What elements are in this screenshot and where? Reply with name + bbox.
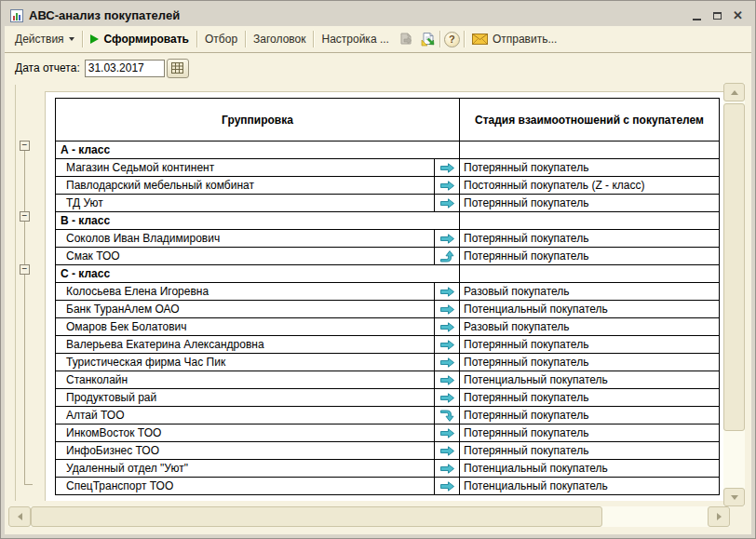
customer-row[interactable]: Валерьева Екатерина АлександровнаПотерян… (56, 336, 720, 354)
customer-name-cell[interactable]: Валерьева Екатерина Александровна (56, 336, 435, 354)
customer-row[interactable]: Удаленный отдел "Уют"Потенциальный покуп… (56, 460, 720, 478)
stage-cell: Потенциальный покупатель (460, 371, 720, 389)
customer-name-cell[interactable]: Алтай ТОО (56, 407, 435, 424)
report-date-input[interactable] (85, 60, 165, 77)
scroll-down-button[interactable] (723, 488, 745, 506)
trend-arrow-cell[interactable] (435, 301, 460, 318)
customer-name-cell[interactable]: Соколов Иван Владимирович (56, 230, 435, 248)
customer-row[interactable]: Продуктовый райПотерянный покупатель (56, 389, 720, 407)
collapse-group-button[interactable]: − (20, 264, 30, 275)
customer-name-cell[interactable]: Банк ТуранАлем ОАО (56, 301, 435, 318)
trend-arrow-cell[interactable] (435, 478, 460, 495)
trend-arrow-cell[interactable] (435, 460, 460, 478)
scroll-right-button[interactable] (708, 506, 730, 527)
collapse-group-button[interactable]: − (20, 141, 30, 151)
calendar-button[interactable] (167, 59, 189, 78)
trend-arrow-cell[interactable] (435, 424, 460, 442)
customer-row[interactable]: Банк ТуранАлем ОАОПотенциальный покупате… (56, 301, 720, 318)
trend-arrow-cell[interactable] (435, 442, 460, 460)
trend-arrow-cell[interactable] (435, 407, 460, 424)
group-name-cell[interactable]: В - класс (56, 212, 460, 230)
customer-row[interactable]: Магазин Седьмой континентПотерянный поку… (56, 159, 720, 177)
group-row[interactable]: А - класс (56, 141, 720, 159)
customer-name-cell[interactable]: Удаленный отдел "Уют" (56, 460, 435, 478)
vertical-scroll-track[interactable] (723, 101, 745, 488)
trend-arrow-cell[interactable] (435, 354, 460, 371)
customer-row[interactable]: ТД УютПотерянный покупатель (56, 195, 720, 212)
horizontal-scroll-track[interactable] (31, 506, 708, 527)
collapse-group-button[interactable]: − (20, 211, 30, 222)
stage-cell: Потерянный покупатель (460, 336, 720, 354)
horizontal-scrollbar[interactable] (8, 506, 730, 527)
scroll-left-button[interactable] (8, 506, 31, 527)
customer-row[interactable]: Туристическая фирма Час ПикПотерянный по… (56, 354, 720, 371)
customer-name-cell[interactable]: ИнфоБизнес ТОО (56, 442, 435, 460)
customer-row[interactable]: СпецТранспорт ТООПотенциальный покупател… (56, 478, 720, 495)
send-button[interactable]: Отправить... (466, 29, 564, 49)
header-button[interactable]: Заголовок (247, 29, 312, 49)
actions-menu-button[interactable]: Действия (8, 29, 81, 49)
trend-arrow-cell[interactable] (435, 389, 460, 407)
send-label: Отправить... (493, 33, 558, 46)
up-arrow-icon (439, 249, 455, 263)
group-row[interactable]: В - класс (56, 212, 720, 230)
straight-arrow-icon (439, 179, 455, 193)
customer-name-cell[interactable]: ИнкомВосток ТОО (56, 424, 435, 442)
trend-arrow-cell[interactable] (435, 195, 460, 212)
customer-row[interactable]: ИнфоБизнес ТООПотерянный покупатель (56, 442, 720, 460)
maximize-icon (713, 12, 722, 20)
vertical-scroll-thumb[interactable] (723, 103, 745, 431)
customer-name-cell[interactable]: Омаров Бек Болатович (56, 318, 435, 336)
trend-arrow-cell[interactable] (435, 283, 460, 301)
close-button[interactable]: ✕ (732, 9, 744, 21)
report-table-body: А - классМагазин Седьмой континентПотеря… (56, 141, 720, 495)
settings-button[interactable]: Настройка ... (315, 29, 395, 49)
trend-arrow-cell[interactable] (435, 230, 460, 248)
trend-arrow-cell[interactable] (435, 248, 460, 265)
customer-row[interactable]: Колосьева Елена ИгоревнаРазовый покупате… (56, 283, 720, 301)
customer-name-cell[interactable]: Продуктовый рай (56, 389, 435, 407)
customer-name-cell[interactable]: Павлодарский мебельный комбинат (56, 177, 435, 195)
generate-button[interactable]: Сформировать (84, 29, 196, 49)
stage-cell: Потенциальный покупатель (460, 478, 720, 495)
customer-row[interactable]: ИнкомВосток ТООПотерянный покупатель (56, 424, 720, 442)
straight-arrow-icon (439, 196, 455, 210)
stage-cell: Потерянный покупатель (460, 230, 720, 248)
customer-name-cell[interactable]: Колосьева Елена Игоревна (56, 283, 435, 301)
title-bar[interactable]: АВС-анализ покупателей ✕ (5, 5, 751, 26)
vertical-scrollbar[interactable] (723, 83, 745, 506)
group-name-cell[interactable]: А - класс (56, 141, 460, 159)
group-row[interactable]: С - класс (56, 265, 720, 283)
window-title: АВС-анализ покупателей (29, 8, 180, 22)
minimize-button[interactable] (691, 9, 703, 21)
customer-row[interactable]: СтанколайнПотенциальный покупатель (56, 371, 720, 389)
trend-arrow-cell[interactable] (435, 177, 460, 195)
trend-arrow-cell[interactable] (435, 318, 460, 336)
column-header-stage[interactable]: Стадия взаимоотношений с покупателем (460, 99, 720, 141)
customer-name-cell[interactable]: Станколайн (56, 371, 435, 389)
trend-arrow-cell[interactable] (435, 336, 460, 354)
customer-row[interactable]: Соколов Иван ВладимировичПотерянный поку… (56, 230, 720, 248)
toolbar-separator (82, 31, 83, 47)
maximize-button[interactable] (711, 9, 723, 21)
trend-arrow-cell[interactable] (435, 371, 460, 389)
customer-row[interactable]: Павлодарский мебельный комбинатПостоянны… (56, 177, 720, 195)
filter-button[interactable]: Отбор (198, 29, 244, 49)
customer-name-cell[interactable]: Туристическая фирма Час Пик (56, 354, 435, 371)
customer-name-cell[interactable]: Магазин Седьмой континент (56, 159, 435, 177)
scroll-up-button[interactable] (723, 83, 745, 101)
restore-settings-button[interactable] (417, 29, 439, 49)
group-name-cell[interactable]: С - класс (56, 265, 460, 283)
customer-name-cell[interactable]: ТД Уют (56, 195, 435, 212)
customer-row[interactable]: Смак ТООПотерянный покупатель (56, 248, 720, 265)
customer-name-cell[interactable]: Смак ТОО (56, 248, 435, 265)
stage-cell-empty (460, 141, 720, 159)
stage-cell: Потерянный покупатель (460, 248, 720, 265)
trend-arrow-cell[interactable] (435, 159, 460, 177)
customer-name-cell[interactable]: СпецТранспорт ТОО (56, 478, 435, 495)
help-button[interactable]: ? (441, 29, 463, 49)
customer-row[interactable]: Омаров Бек БолатовичРазовый покупатель (56, 318, 720, 336)
customer-row[interactable]: Алтай ТООПотерянный покупатель (56, 407, 720, 424)
horizontal-scroll-thumb[interactable] (31, 506, 602, 527)
column-header-grouping[interactable]: Группировка (56, 99, 460, 141)
